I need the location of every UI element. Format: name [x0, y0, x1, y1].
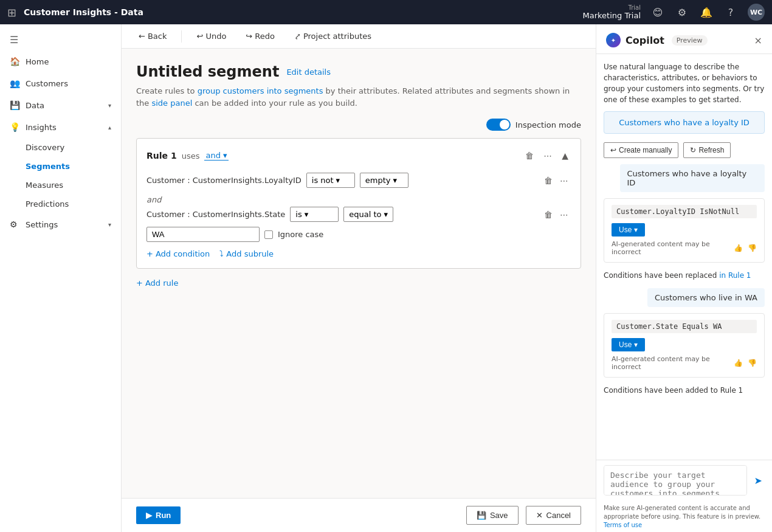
data-chevron-icon: ▾ — [108, 102, 111, 109]
project-attributes-button[interactable]: ⤤ Project attributes — [289, 29, 376, 43]
copilot-input-row: ➤ — [604, 465, 765, 496]
refresh-button[interactable]: ↻ Refresh — [683, 142, 731, 158]
redo-button[interactable]: ↪ Redo — [241, 29, 280, 43]
project-attributes-label: Project attributes — [303, 32, 371, 41]
condition1-op-label: is not — [312, 176, 334, 185]
sidebar-item-home[interactable]: 🏠 Home — [0, 50, 121, 72]
main-content: ← Back ↩ Undo ↪ Redo ⤤ Project attribute… — [122, 24, 596, 532]
create-manually-button[interactable]: ↩ Create manually — [604, 142, 678, 158]
condition1-val-select[interactable]: empty ▾ — [360, 173, 408, 188]
sidebar-predictions-label: Predictions — [26, 199, 69, 209]
grid-icon[interactable]: ⊞ — [7, 6, 16, 19]
add-subrule-label: Add subrule — [226, 249, 274, 258]
rule-title: Rule 1 — [146, 151, 177, 161]
condition2-more-icon[interactable]: ⋯ — [557, 207, 571, 222]
rule-more-icon[interactable]: ⋯ — [541, 148, 554, 163]
help-icon[interactable]: 😊 — [650, 5, 665, 19]
condition1-field: Customer : CustomerInsights.LoyaltyID — [146, 176, 302, 185]
condition2-val-select[interactable]: equal to ▾ — [343, 207, 393, 222]
ai-disclaimer-2: AI-generated content may be incorrect 👍 … — [612, 355, 757, 371]
toolbar-separator — [181, 30, 182, 43]
sidebar-item-customers[interactable]: 👥 Customers — [0, 72, 121, 94]
save-button[interactable]: 💾 Save — [466, 506, 519, 525]
use-button-2[interactable]: Use ▾ — [612, 338, 645, 351]
thumbup-2[interactable]: 👍 — [734, 359, 743, 367]
undo-button[interactable]: ↩ Undo — [191, 29, 231, 43]
edit-details-link[interactable]: Edit details — [286, 67, 331, 77]
create-manually-icon: ↩ — [610, 146, 616, 154]
and-connector: and — [146, 193, 571, 207]
condition1-delete-icon[interactable]: 🗑 — [542, 173, 555, 188]
rule-and-dropdown[interactable]: and ▾ — [204, 151, 228, 161]
add-rule-link[interactable]: + Add rule — [136, 278, 581, 288]
condition1-actions: 🗑 ⋯ — [542, 173, 571, 188]
terms-link[interactable]: Terms of use — [604, 522, 642, 528]
trial-badge: Trial Marketing Trial — [583, 4, 641, 20]
run-icon: ▶ — [146, 511, 152, 520]
add-condition-link[interactable]: + Add condition — [146, 249, 210, 258]
avatar[interactable]: WC — [748, 4, 765, 21]
copilot-suggestion-1[interactable]: Customers who have a loyalty ID — [604, 111, 765, 134]
sidebar-item-settings[interactable]: ⚙ Settings ▾ — [0, 213, 121, 235]
copilot-body: Use natural language to describe the cha… — [596, 54, 772, 460]
undo-label: Undo — [205, 32, 226, 41]
copilot-title: Copilot — [626, 35, 664, 46]
sidebar-toggle[interactable]: ☰ — [0, 29, 121, 50]
refresh-label: Refresh — [698, 146, 724, 154]
add-condition-icon: + — [146, 249, 153, 258]
condition1-op-select[interactable]: is not ▾ — [306, 173, 355, 188]
add-subrule-link[interactable]: ⤵ Add subrule — [219, 249, 274, 258]
copilot-disclaimer: Make sure AI-generated content is accura… — [596, 500, 772, 532]
use-label-1: Use — [619, 226, 632, 234]
sidebar-item-segments[interactable]: Segments — [0, 157, 121, 176]
condition-row-2: Customer : CustomerInsights.State is ▾ e… — [146, 207, 571, 222]
rule-collapse-icon[interactable]: ▲ — [559, 148, 571, 163]
condition1-val-chevron: ▾ — [393, 176, 397, 185]
sidebar-item-measures[interactable]: Measures — [0, 176, 121, 195]
notification-icon[interactable]: 🔔 — [699, 5, 714, 19]
sidebar-item-data-label: Data — [26, 101, 44, 110]
sidebar-item-insights[interactable]: 💡 Insights ▴ — [0, 116, 121, 138]
thumbdown-1[interactable]: 👎 — [748, 244, 757, 252]
topbar: ⊞ Customer Insights - Data Trial Marketi… — [0, 0, 772, 24]
add-rule-icon: + — [136, 278, 143, 288]
copilot-input[interactable] — [604, 465, 747, 496]
sidebar-item-predictions[interactable]: Predictions — [0, 195, 121, 213]
refresh-icon: ↻ — [690, 146, 696, 154]
run-button[interactable]: ▶ Run — [136, 506, 181, 524]
sidebar-item-discovery[interactable]: Discovery — [0, 138, 121, 157]
page-subtitle: Create rules to group customers into seg… — [136, 85, 581, 109]
add-condition-label: Add condition — [156, 249, 210, 258]
question-icon[interactable]: ? — [723, 5, 738, 19]
back-arrow-icon: ← — [139, 32, 145, 41]
sidebar-segments-label: Segments — [26, 162, 70, 171]
state-value-input[interactable] — [146, 227, 260, 242]
settings-chevron-icon: ▾ — [108, 221, 111, 228]
value-input-row: Ignore case — [146, 227, 571, 242]
settings-nav-icon: ⚙ — [10, 219, 19, 229]
condition2-delete-icon[interactable]: 🗑 — [542, 207, 555, 222]
condition1-more-icon[interactable]: ⋯ — [557, 173, 571, 188]
inspection-toggle[interactable] — [486, 119, 511, 131]
rule-uses-label: uses — [182, 151, 200, 161]
send-button[interactable]: ➤ — [752, 472, 765, 489]
condition2-op-select[interactable]: is ▾ — [290, 207, 339, 222]
use-button-1[interactable]: Use ▾ — [612, 223, 645, 237]
sidebar-item-data[interactable]: 💾 Data ▾ — [0, 94, 121, 116]
thumbdown-2[interactable]: 👎 — [748, 359, 757, 367]
rule-delete-icon[interactable]: 🗑 — [523, 148, 536, 163]
customers-icon: 👥 — [10, 78, 19, 88]
response1-code: Customer.LoyaltyID IsNotNull — [612, 205, 757, 218]
ignore-case-checkbox[interactable] — [264, 230, 273, 239]
page-title-text: Untitled segment — [136, 63, 279, 80]
settings-icon[interactable]: ⚙ — [675, 5, 689, 19]
cancel-button[interactable]: ✕ Cancel — [526, 506, 581, 525]
copilot-close-button[interactable]: × — [754, 35, 762, 46]
topbar-right: Trial Marketing Trial 😊 ⚙ 🔔 ? WC — [583, 4, 765, 21]
back-button[interactable]: ← Back — [134, 29, 171, 43]
copilot-preview-badge: Preview — [672, 35, 708, 46]
use-chevron-1: ▾ — [634, 226, 638, 234]
disclaimer-text-2: AI-generated content may be incorrect — [612, 355, 729, 371]
thumbup-1[interactable]: 👍 — [734, 244, 743, 252]
run-label: Run — [156, 511, 171, 520]
